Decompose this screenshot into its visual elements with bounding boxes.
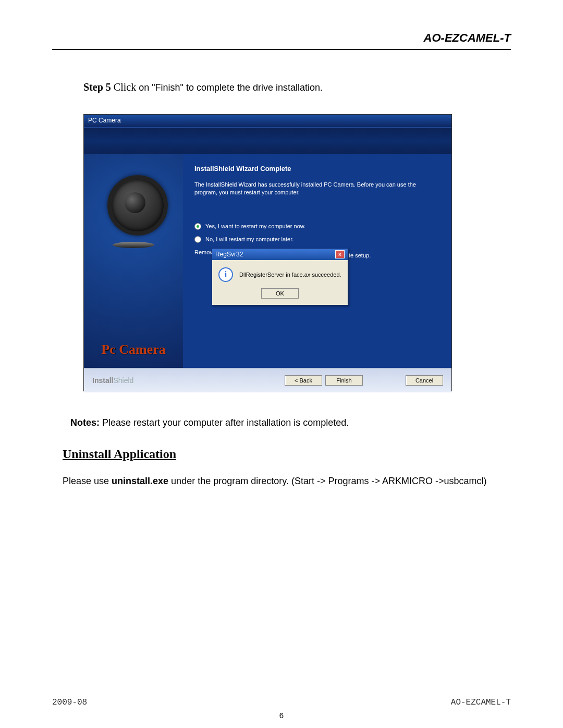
wizard-buttons: < Back Finish Cancel bbox=[285, 375, 443, 386]
radio-icon bbox=[194, 236, 201, 243]
radio-icon bbox=[194, 223, 201, 230]
brand-part-b: Shield bbox=[113, 376, 133, 385]
pre-text: Please use bbox=[63, 476, 112, 486]
wizard-footer: InstallShield < Back Finish Cancel bbox=[84, 368, 451, 392]
footer-date: 2009-08 bbox=[52, 698, 87, 707]
info-icon: i bbox=[218, 267, 233, 282]
document-page: AO-EZCAMEL-T Step 5 Click on "Finish" to… bbox=[0, 0, 563, 728]
radio-yes-label: Yes, I want to restart my computer now. bbox=[205, 223, 305, 229]
close-icon[interactable]: × bbox=[335, 250, 345, 258]
wizard-heading: InstallShield Wizard Complete bbox=[194, 165, 440, 172]
footer-model: AO-EZCAMEL-T bbox=[451, 698, 511, 707]
exe-name: uninstall.exe bbox=[112, 476, 168, 486]
dialog-titlebar: RegSvr32 × bbox=[212, 249, 348, 260]
uninstall-heading: Uninstall Application bbox=[63, 447, 511, 461]
window-title: PC Camera bbox=[88, 117, 121, 124]
uninstall-instruction: Please use uninstall.exe under the progr… bbox=[63, 476, 511, 487]
te-setup-fragment: te setup. bbox=[349, 252, 371, 258]
dialog-footer: OK bbox=[212, 284, 348, 305]
window-body: Pc Camera InstallShield Wizard Complete … bbox=[84, 154, 451, 368]
step-rest: on "Finish" to complete the drive instal… bbox=[136, 82, 323, 93]
radio-option-yes[interactable]: Yes, I want to restart my computer now. bbox=[194, 223, 440, 230]
back-button[interactable]: < Back bbox=[285, 375, 322, 386]
ok-button[interactable]: OK bbox=[261, 288, 299, 299]
webcam-stand bbox=[113, 242, 154, 248]
wizard-description: The InstallShield Wizard has successfull… bbox=[194, 181, 440, 197]
cancel-button[interactable]: Cancel bbox=[406, 375, 443, 386]
notes-label: Notes: bbox=[70, 417, 100, 428]
page-footer: 2009-08 AO-EZCAMEL-T bbox=[52, 698, 511, 707]
step-label: Step 5 bbox=[83, 81, 111, 93]
webcam-icon bbox=[107, 175, 168, 236]
notes-text: Please restart your computer after insta… bbox=[100, 417, 349, 428]
finish-button[interactable]: Finish bbox=[325, 375, 363, 386]
sidebar-graphic: Pc Camera bbox=[84, 154, 183, 368]
installshield-brand: InstallShield bbox=[92, 376, 133, 385]
installer-screenshot: PC Camera Pc Camera InstallShield Wizard… bbox=[83, 114, 452, 391]
notes-line: Notes: Please restart your computer afte… bbox=[70, 417, 511, 428]
page-number: 6 bbox=[0, 711, 563, 720]
brand-part-a: Install bbox=[92, 376, 113, 385]
post-text: under the program directory. (Start -> P… bbox=[168, 476, 486, 486]
dialog-message: DllRegisterServer in face.ax succeeded. bbox=[239, 272, 341, 278]
wizard-content: InstallShield Wizard Complete The Instal… bbox=[183, 154, 451, 368]
dialog-body: i DllRegisterServer in face.ax succeeded… bbox=[212, 260, 348, 284]
radio-no-label: No, I will restart my computer later. bbox=[205, 236, 293, 242]
header-title: AO-EZCAMEL-T bbox=[52, 31, 511, 50]
regsvr32-dialog: RegSvr32 × i DllRegisterServer in face.a… bbox=[212, 248, 348, 305]
window-titlebar: PC Camera bbox=[84, 115, 451, 127]
radio-option-no[interactable]: No, I will restart my computer later. bbox=[194, 236, 440, 243]
step-verb: Click bbox=[114, 81, 136, 93]
dialog-title: RegSvr32 bbox=[215, 251, 243, 258]
step-instruction: Step 5 Click on "Finish" to complete the… bbox=[83, 81, 511, 93]
window-banner bbox=[84, 127, 451, 154]
sidebar-label: Pc Camera bbox=[101, 342, 165, 357]
